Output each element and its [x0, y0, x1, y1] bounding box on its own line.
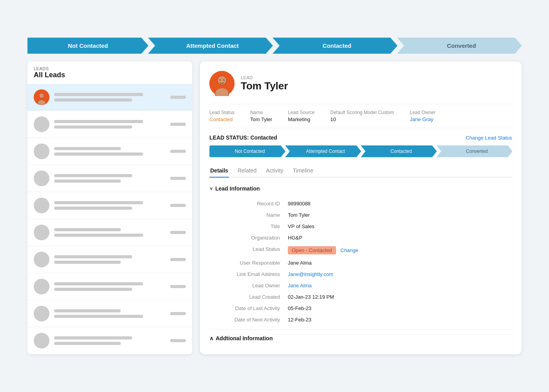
chevron-down-icon: ∨ — [209, 186, 213, 191]
lead-line — [54, 207, 132, 210]
status-badge: Open - Contacted — [288, 246, 336, 254]
field-row-email: Link Email Address Jane@insightly.com — [209, 269, 512, 280]
change-lead-status-link[interactable]: Change Lead Status — [465, 135, 512, 141]
leads-header: LEADS All Leads — [27, 62, 192, 84]
field-label: Name — [209, 212, 288, 218]
lead-line — [54, 152, 143, 156]
field-value-email[interactable]: Jane@insightly.com — [288, 271, 512, 277]
lead-line-end — [170, 339, 186, 342]
lead-lines — [54, 255, 165, 264]
field-row-lead-status: Lead Status Open - Contacted Change — [209, 243, 512, 257]
pipeline-step-contacted[interactable]: Contacted — [273, 38, 398, 54]
detail-card: LEAD Tom Tyler Lead Status Contacted Nam… — [200, 62, 522, 354]
avatar — [34, 116, 49, 132]
field-value-status: Open - Contacted Change — [288, 246, 512, 254]
pipeline-step-converted[interactable]: Converted — [397, 38, 522, 54]
lead-line — [54, 174, 132, 177]
field-row-lead-owner: Lead Owner Jane Alma — [209, 280, 512, 291]
lead-line — [54, 125, 132, 129]
lead-line-end — [170, 177, 186, 180]
lead-lines — [54, 309, 165, 318]
pipeline-step-not-contacted[interactable]: Not Contacted — [27, 38, 149, 54]
change-status-button[interactable]: Change — [340, 247, 358, 253]
field-row-last-activity: Date of Last Activity 05-Feb-23 — [209, 303, 512, 314]
lead-line — [54, 342, 121, 345]
avatar — [34, 225, 49, 240]
detail-name-block: LEAD Tom Tyler — [241, 75, 288, 92]
lead-item[interactable] — [27, 300, 192, 327]
lead-line — [54, 201, 143, 204]
pipeline-step-attempted-contact[interactable]: Attempted Contact — [148, 38, 273, 54]
lead-avatar-detail — [209, 71, 235, 96]
status-label: LEAD STATUS: Contacted — [209, 134, 277, 141]
status-bar: LEAD STATUS: Contacted Change Lead Statu… — [209, 134, 512, 141]
field-value: 98990088 — [288, 201, 512, 207]
field-label: Date of Next Activity — [209, 317, 288, 323]
meta-row: Lead Status Contacted Name Tom Tyler Lea… — [209, 104, 512, 128]
lead-item[interactable] — [27, 138, 192, 165]
meta-value-scoring: 10 — [330, 116, 394, 122]
lead-item[interactable] — [27, 273, 192, 300]
lead-line-end — [170, 258, 186, 261]
field-row-record-id: Record ID 98990088 — [209, 198, 512, 209]
field-label: Lead Owner — [209, 283, 288, 289]
lead-line-end — [170, 123, 186, 126]
meta-value-owner[interactable]: Jane Gray — [410, 116, 435, 122]
lead-item[interactable] — [27, 192, 192, 219]
lead-item[interactable] — [27, 84, 192, 111]
avatar — [34, 306, 49, 321]
lead-lines — [54, 120, 165, 129]
meta-owner: Lead Owner Jane Gray — [410, 110, 435, 122]
field-row-name: Name Tom Tyler — [209, 209, 512, 221]
lead-item[interactable] — [27, 219, 192, 246]
field-value: 05-Feb-23 — [288, 305, 512, 311]
leads-breadcrumb: LEADS — [34, 66, 186, 71]
svg-point-3 — [39, 93, 44, 98]
avatar — [34, 89, 49, 105]
field-row-user-responsible: User Responsible Jane Alma — [209, 257, 512, 269]
mini-step-attempted-contact[interactable]: Attempted Contact — [285, 145, 361, 157]
avatar — [34, 198, 49, 213]
tab-details[interactable]: Details — [209, 164, 229, 178]
lead-line — [54, 120, 143, 123]
field-label: Lead Created — [209, 294, 288, 300]
lead-item[interactable] — [27, 246, 192, 273]
lead-name: Tom Tyler — [241, 80, 288, 92]
additional-section-header[interactable]: ∧ Addtional Information — [209, 335, 512, 341]
lead-line-end — [170, 231, 186, 234]
lead-item[interactable] — [27, 165, 192, 192]
field-label: Title — [209, 223, 288, 229]
lead-lines — [54, 201, 165, 210]
lead-line — [54, 282, 143, 285]
meta-lead-source: Lead Source Marketing — [288, 110, 314, 122]
pipeline-header: Not Contacted Attempted Contact Contacte… — [27, 38, 522, 54]
svg-point-11 — [224, 80, 225, 81]
field-row-lead-created: Lead Created 02-Jan-23 12:19 PM — [209, 291, 512, 303]
lead-line — [54, 315, 143, 318]
lead-item[interactable] — [27, 111, 192, 138]
field-row-next-activity: Date of Next Activity 12-Feb-23 — [209, 314, 512, 325]
meta-value-status: Contacted — [209, 116, 235, 122]
tab-related[interactable]: Related — [237, 164, 257, 178]
tab-activity[interactable]: Activity — [265, 164, 284, 178]
mini-step-not-contacted[interactable]: Not Contacted — [209, 145, 285, 157]
lead-line-end — [170, 285, 186, 288]
lead-item[interactable] — [27, 327, 192, 354]
lead-info-section-header[interactable]: ∨ Lead Information — [209, 185, 512, 192]
meta-value-name: Tom Tyler — [250, 116, 272, 122]
tab-timeline[interactable]: Timeline — [292, 164, 314, 178]
lead-line — [54, 336, 132, 339]
mini-step-converted[interactable]: Converted — [436, 145, 512, 157]
field-label: Record ID — [209, 201, 288, 207]
field-value-lead-owner[interactable]: Jane Alma — [288, 283, 512, 289]
field-row-organization: Organization HG&P — [209, 232, 512, 243]
mini-step-contacted[interactable]: Contacted — [361, 145, 437, 157]
avatar — [34, 279, 49, 294]
meta-value-source: Marketing — [288, 116, 314, 122]
lead-line — [54, 234, 143, 237]
lead-lines — [54, 228, 165, 237]
tabs: Details Related Activity Timeline — [209, 164, 512, 178]
mini-pipeline: Not Contacted Attempted Contact Contacte… — [209, 145, 512, 157]
lead-lines — [54, 282, 165, 291]
lead-lines — [54, 93, 165, 102]
